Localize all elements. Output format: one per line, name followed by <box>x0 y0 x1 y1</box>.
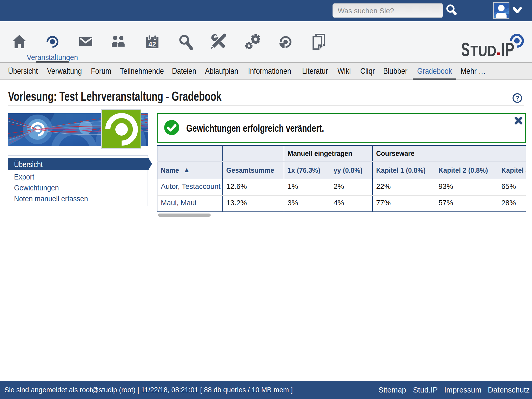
svg-text:S: S <box>461 38 470 58</box>
svg-text:42: 42 <box>149 40 156 48</box>
svg-text:TUD: TUD <box>470 43 496 58</box>
